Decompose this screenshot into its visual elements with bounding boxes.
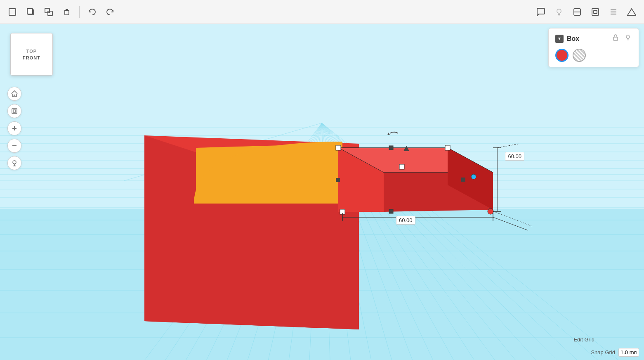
- panel-colors: [555, 49, 632, 62]
- svg-rect-5: [48, 11, 52, 16]
- left-controls: [7, 87, 21, 170]
- right-toolbar: [528, 0, 644, 24]
- cube-face[interactable]: TOP FRONT: [10, 33, 53, 76]
- svg-rect-71: [613, 37, 618, 40]
- svg-point-7: [557, 9, 561, 13]
- duplicate-button[interactable]: [41, 5, 56, 19]
- separator: [79, 6, 80, 18]
- home-button[interactable]: [7, 87, 21, 101]
- layers-button[interactable]: [606, 5, 621, 19]
- svg-rect-0: [9, 9, 16, 15]
- svg-rect-63: [12, 109, 17, 114]
- view-cube[interactable]: TOP FRONT: [10, 33, 53, 76]
- panel-header: ▼ Box: [555, 33, 632, 44]
- panel-icons: [611, 33, 632, 44]
- grid-svg: [0, 24, 644, 360]
- svg-rect-10: [592, 9, 599, 15]
- snap-grid-input[interactable]: [618, 348, 639, 357]
- lock-icon[interactable]: [611, 33, 620, 44]
- export-button[interactable]: [588, 5, 603, 19]
- shape-button[interactable]: [570, 5, 585, 19]
- delete-button[interactable]: [59, 5, 74, 19]
- cube-front-label: FRONT: [23, 55, 40, 60]
- lightbulb-button[interactable]: [552, 5, 566, 19]
- property-panel: ▼ Box: [548, 28, 639, 67]
- svg-rect-17: [0, 24, 644, 209]
- drop-button[interactable]: [7, 156, 21, 170]
- copy-button[interactable]: [23, 5, 38, 19]
- grid-background: [0, 24, 644, 360]
- svg-point-72: [626, 35, 630, 38]
- lightbulb-icon[interactable]: [624, 33, 632, 44]
- svg-rect-4: [45, 8, 50, 13]
- svg-rect-2: [27, 9, 33, 14]
- fit-button[interactable]: [7, 104, 21, 118]
- panel-dropdown[interactable]: ▼: [555, 35, 564, 43]
- edit-grid-label[interactable]: Edit Grid: [573, 336, 594, 343]
- svg-rect-11: [594, 10, 597, 14]
- cube-top-label: TOP: [26, 49, 37, 54]
- svg-rect-6: [65, 10, 69, 15]
- svg-point-68: [13, 161, 16, 164]
- panel-title: Box: [567, 35, 579, 43]
- redo-button[interactable]: [103, 5, 118, 19]
- svg-rect-64: [13, 110, 16, 112]
- new-button[interactable]: [5, 5, 20, 19]
- snap-grid-label: Snap Grid: [591, 349, 615, 355]
- triangle-button[interactable]: [624, 5, 639, 19]
- undo-button[interactable]: [85, 5, 99, 19]
- zoom-in-button[interactable]: [7, 121, 21, 135]
- canvas-area[interactable]: 60.00 60.00 Edit Grid: [0, 24, 644, 360]
- snap-grid-area: Snap Grid: [591, 348, 639, 357]
- svg-rect-18: [0, 209, 644, 360]
- color-red[interactable]: [555, 49, 569, 62]
- svg-marker-15: [627, 9, 636, 15]
- chat-button[interactable]: [533, 5, 548, 19]
- zoom-out-button[interactable]: [7, 139, 21, 153]
- color-stripe[interactable]: [573, 49, 586, 62]
